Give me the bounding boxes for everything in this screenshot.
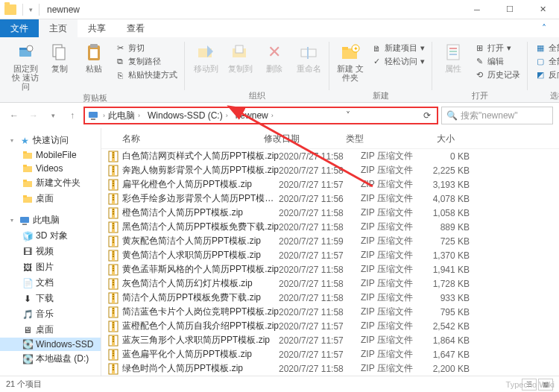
sidebar-item[interactable]: 🖥桌面 [0, 322, 101, 338]
search-input[interactable]: 🔍 搜索"newnew" [441, 107, 553, 124]
qat-down-icon[interactable]: ▾ [29, 6, 33, 13]
copypath-button[interactable]: ⧉复制路径 [112, 55, 180, 68]
sidebar-item[interactable]: 新建文件夹 [0, 175, 101, 191]
col-size[interactable]: 大小 [410, 133, 462, 145]
svg-rect-63 [113, 227, 114, 229]
sidebar-item[interactable]: 🎵音乐 [0, 306, 101, 322]
table-row[interactable]: 绿色时尚个人简历PPT模板.zip2020/7/27 11:58ZIP 压缩文件… [101, 361, 559, 376]
ribbon-collapse-icon[interactable]: ˄ [529, 19, 559, 37]
minimize-button[interactable]: ─ [461, 0, 493, 19]
sidebar-item[interactable]: 🧊3D 对象 [0, 228, 101, 244]
table-row[interactable]: 扁平化橙色个人简历PPT模板.zip2020/7/27 11:57ZIP 压缩文… [101, 177, 559, 192]
back-button[interactable]: ← [6, 107, 22, 124]
svg-point-2 [27, 45, 33, 51]
sidebar-item[interactable]: Videos [0, 162, 101, 175]
svg-rect-6 [90, 44, 98, 48]
table-row[interactable]: 奔跑人物剪影背景个人简历PPT模板.zip2020/7/27 11:58ZIP … [101, 163, 559, 177]
group-new-label: 新建 [373, 90, 389, 102]
table-row[interactable]: 白色简洁网页样式个人简历PPT模板.zip2020/7/27 11:58ZIP … [101, 149, 559, 163]
paste-icon [83, 42, 104, 63]
maximize-button[interactable]: ☐ [493, 0, 526, 19]
table-row[interactable]: 蓝灰三角形个人求职简历PPT模板.zip2020/7/27 11:57ZIP 压… [101, 333, 559, 347]
sidebar-item[interactable]: MobileFile [0, 148, 101, 162]
status-text: 21 个项目 [6, 379, 42, 390]
col-type[interactable]: 类型 [346, 133, 410, 145]
table-row[interactable]: 黄色孟菲斯风格的个人简历PPT模板.zip2020/7/27 11:58ZIP … [101, 262, 559, 276]
pin-button[interactable]: 固定到快 速访问 [9, 40, 42, 92]
easyaccess-button[interactable]: ✓轻松访问 ▾ [368, 55, 428, 68]
table-row[interactable]: 彩色手绘多边形背景个人简历PPT模板.zip2020/7/27 11:56ZIP… [101, 192, 559, 206]
paste-button[interactable]: 粘贴 [78, 40, 110, 75]
history-button[interactable]: ⟲历史记录 [471, 69, 523, 81]
sidebar-item[interactable]: ⬇下载 [0, 291, 101, 306]
recent-dropdown[interactable]: ▾ [45, 107, 61, 124]
table-row[interactable]: 灰色简洁个人简历幻灯片模板.zip2020/7/27 11:58ZIP 压缩文件… [101, 276, 559, 291]
column-headers[interactable]: 名称 修改日期 类型 大小 [101, 128, 559, 149]
delete-button[interactable]: ✕删除 [258, 40, 291, 75]
col-name[interactable]: 名称 [107, 133, 264, 145]
copy-button[interactable]: 复制 [43, 40, 76, 75]
svg-rect-53 [113, 199, 114, 200]
drive-icon: 🖥 [22, 325, 33, 335]
star-icon: ★ [19, 136, 30, 146]
content-area: ▾★快速访问 MobileFileVideos新建文件夹桌面 ▾此电脑 🧊3D … [0, 128, 559, 376]
table-row[interactable]: 简洁个人简历PPT模板免费下载.zip2020/7/27 11:58ZIP 压缩… [101, 291, 559, 305]
invertsel-button[interactable]: ◩反向选择 [532, 69, 559, 81]
sidebar-item[interactable]: 🖼图片 [0, 259, 101, 275]
sidebar-item[interactable]: 💽本地磁盘 (D:) [0, 351, 101, 367]
zip-icon [107, 363, 119, 375]
folder-icon [22, 194, 33, 204]
table-row[interactable]: 黄灰配色简洁个人简历PPT模板.zip2020/7/27 11:59ZIP 压缩… [101, 234, 559, 248]
tab-share[interactable]: 共享 [78, 19, 116, 37]
svg-rect-112 [113, 367, 114, 368]
svg-rect-51 [113, 195, 114, 196]
newitem-button[interactable]: 🗎新建项目 ▾ [368, 42, 428, 54]
close-button[interactable]: ✕ [526, 0, 559, 19]
sidebar-quick-access[interactable]: ▾★快速访问 [0, 133, 101, 148]
table-row[interactable]: 橙色简洁个人简历PPT模板.zip2020/7/27 11:58ZIP 压缩文件… [101, 206, 559, 220]
svg-rect-38 [113, 157, 114, 158]
svg-rect-113 [113, 369, 114, 370]
svg-rect-72 [113, 253, 114, 255]
forward-button[interactable]: → [25, 107, 42, 124]
svg-rect-93 [113, 312, 114, 314]
sidebar-item[interactable]: 🎞视频 [0, 244, 101, 259]
table-row[interactable]: 黑色简洁个人简历PPT模板免费下载.zip2020/7/27 11:58ZIP … [101, 220, 559, 234]
tab-file[interactable]: 文件 [0, 19, 39, 37]
copyto-button[interactable]: 复制到 [224, 40, 256, 75]
table-row[interactable]: 蓝橙配色个人简历自我介绍PPT模板.zip2020/7/27 11:57ZIP … [101, 319, 559, 333]
status-bar: 21 个项目 ☰ ▦ [0, 376, 559, 392]
breadcrumb: Windows-SSD (C:)› [145, 110, 231, 121]
sidebar-item[interactable]: 💽Windows-SSD [0, 338, 101, 351]
address-dropdown-icon[interactable]: ˅ [343, 110, 353, 121]
refresh-icon[interactable]: ⟳ [420, 110, 434, 121]
edit-button[interactable]: ✎编辑 [471, 55, 523, 68]
newfolder-button[interactable]: ✦新建 文件夹 [334, 40, 367, 83]
sidebar-this-pc[interactable]: ▾此电脑 [0, 212, 101, 228]
sidebar-item[interactable]: 桌面 [0, 191, 101, 206]
sidebar-item[interactable]: 📄文档 [0, 275, 101, 291]
folder-icon [22, 178, 33, 189]
selectall-button[interactable]: ▦全部选择 [532, 42, 559, 54]
svg-rect-107 [113, 353, 114, 354]
svg-rect-106 [113, 350, 114, 352]
table-row[interactable]: 简洁蓝色卡片个人岗位竞聘PPT模板.zip2020/7/27 11:58ZIP … [101, 305, 559, 319]
selectall-icon: ▦ [535, 43, 546, 54]
rename-button[interactable]: 重命名 [292, 40, 325, 75]
address-bar[interactable]: ›此电脑› Windows-SSD (C:)› newnew› ˅ ⟳ [83, 107, 438, 124]
open-button[interactable]: ⊞打开 ▾ [471, 42, 523, 54]
table-row[interactable]: 蓝色扁平化个人简历PPT模板.zip2020/7/27 11:57ZIP 压缩文… [101, 347, 559, 361]
search-icon: 🔍 [446, 110, 458, 121]
svg-rect-91 [113, 308, 114, 309]
cut-button[interactable]: ✂剪切 [112, 42, 180, 54]
selectnone-button[interactable]: ▢全部取消 [532, 55, 559, 68]
moveto-button[interactable]: 移动到 [189, 40, 222, 75]
sidebar-network[interactable]: ▸🖧网络 [0, 373, 101, 376]
pasteshortcut-button[interactable]: ⎘粘贴快捷方式 [112, 69, 180, 81]
tab-view[interactable]: 查看 [116, 19, 155, 37]
col-date[interactable]: 修改日期 [264, 133, 346, 145]
up-button[interactable]: ↑ [64, 107, 80, 124]
tab-home[interactable]: 主页 [39, 19, 78, 37]
properties-button[interactable]: 属性 [437, 40, 470, 75]
table-row[interactable]: 黄色简洁个人求职简历PPT模板.zip2020/7/27 11:57ZIP 压缩… [101, 248, 559, 262]
